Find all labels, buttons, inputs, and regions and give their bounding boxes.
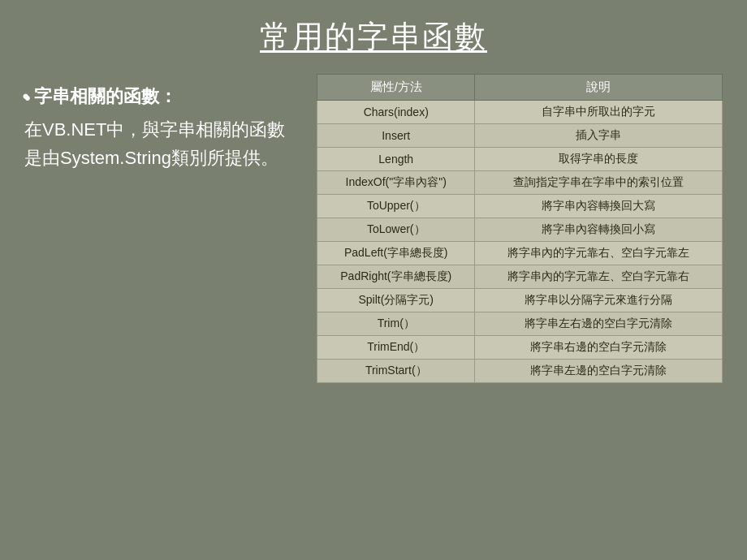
page-title: 常用的字串函數: [24, 16, 723, 58]
table-cell-method: PadRight(字串總長度): [317, 265, 475, 289]
col-header-property: 屬性/方法: [317, 75, 475, 101]
table-row: Chars(index)自字串中所取出的字元: [317, 101, 723, 124]
table-cell-description: 插入字串: [475, 124, 723, 148]
title-section: 常用的字串函數: [24, 16, 723, 58]
table-cell-description: 將字串右邊的空白字元清除: [475, 336, 723, 360]
table-cell-description: 自字串中所取出的字元: [475, 101, 723, 124]
table-cell-method: Trim(）: [317, 312, 475, 336]
table-cell-description: 將字串內容轉換回大寫: [475, 195, 723, 218]
table-panel: 屬性/方法 說明 Chars(index)自字串中所取出的字元Insert插入字…: [317, 74, 723, 383]
table-row: ToUpper(）將字串內容轉換回大寫: [317, 195, 723, 218]
table-cell-description: 將字串內的字元靠左、空白字元靠右: [475, 265, 723, 289]
table-cell-description: 將字串左邊的空白字元清除: [475, 360, 723, 383]
table-cell-method: Length: [317, 148, 475, 171]
table-cell-description: 將字串內的字元靠右、空白字元靠左: [475, 242, 723, 265]
table-cell-method: PadLeft(字串總長度): [317, 242, 475, 265]
table-cell-description: 取得字串的長度: [475, 148, 723, 171]
table-row: ToLower(）將字串內容轉換回小寫: [317, 218, 723, 242]
table-cell-description: 將字串左右邊的空白字元清除: [475, 312, 723, 336]
table-row: Spilt(分隔字元)將字串以分隔字元來進行分隔: [317, 289, 723, 312]
content-section: • • 字串相關的函數： 在VB.NET中，與字串相關的函數是由System.S…: [24, 74, 723, 383]
table-cell-method: ToUpper(）: [317, 195, 475, 218]
table-row: TrimStart(）將字串左邊的空白字元清除: [317, 360, 723, 383]
table-cell-method: ToLower(）: [317, 218, 475, 242]
table-cell-description: 查詢指定字串在字串中的索引位置: [475, 171, 723, 195]
table-row: Length取得字串的長度: [317, 148, 723, 171]
table-row: TrimEnd(）將字串右邊的空白字元清除: [317, 336, 723, 360]
page-container: 常用的字串函數 • • 字串相關的函數： 在VB.NET中，與字串相關的函數是由…: [0, 0, 747, 560]
table-cell-description: 將字串以分隔字元來進行分隔: [475, 289, 723, 312]
table-cell-method: TrimEnd(）: [317, 336, 475, 360]
left-panel: • • 字串相關的函數： 在VB.NET中，與字串相關的函數是由System.S…: [24, 74, 300, 181]
table-row: Trim(）將字串左右邊的空白字元清除: [317, 312, 723, 336]
table-cell-method: Insert: [317, 124, 475, 148]
left-description: 在VB.NET中，與字串相關的函數是由System.String類別所提供。: [24, 115, 300, 172]
table-cell-description: 將字串內容轉換回小寫: [475, 218, 723, 242]
bullet-point: • • 字串相關的函數：: [24, 82, 300, 112]
table-header-row: 屬性/方法 說明: [317, 75, 723, 101]
table-cell-method: IndexOf("字串內容"): [317, 171, 475, 195]
col-header-description: 說明: [475, 75, 723, 101]
string-functions-table: 屬性/方法 說明 Chars(index)自字串中所取出的字元Insert插入字…: [317, 74, 723, 383]
table-row: PadRight(字串總長度)將字串內的字元靠左、空白字元靠右: [317, 265, 723, 289]
bullet-label: • 字串相關的函數：: [23, 82, 177, 110]
table-cell-method: Spilt(分隔字元): [317, 289, 475, 312]
table-row: Insert插入字串: [317, 124, 723, 148]
table-row: IndexOf("字串內容")查詢指定字串在字串中的索引位置: [317, 171, 723, 195]
table-row: PadLeft(字串總長度)將字串內的字元靠右、空白字元靠左: [317, 242, 723, 265]
table-cell-method: Chars(index): [317, 101, 475, 124]
table-cell-method: TrimStart(）: [317, 360, 475, 383]
